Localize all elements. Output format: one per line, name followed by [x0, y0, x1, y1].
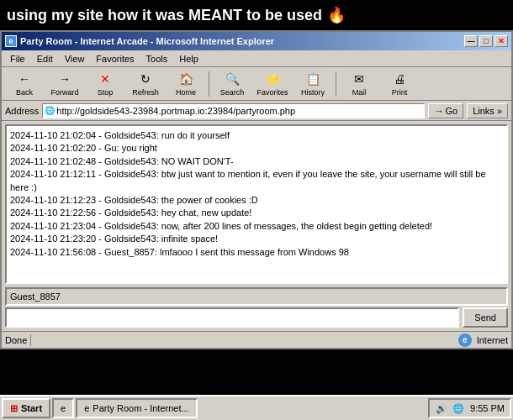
taskbar-item-partyroom[interactable]: e Party Room - Internet...	[76, 398, 197, 418]
toolbar-sep-1	[209, 71, 209, 97]
ie-status-icon: e	[458, 333, 472, 347]
title-bar-left: e Party Room - Internet Arcade - Microso…	[5, 35, 274, 47]
meme-text: using my site how it was MEANT to be use…	[0, 0, 513, 30]
search-button[interactable]: 🔍 Search	[213, 69, 251, 99]
stop-icon: ✕	[97, 71, 114, 87]
history-button[interactable]: 📋 History	[294, 69, 332, 99]
window-title: Party Room - Internet Arcade - Microsoft…	[20, 36, 274, 46]
chat-message: 2024-11-10 21:56:08 - Guest_8857: lmfaoo…	[10, 246, 503, 259]
taskbar-items: e e Party Room - Internet...	[52, 398, 426, 418]
address-label: Address	[5, 106, 39, 116]
message-input[interactable]	[5, 307, 459, 328]
toolbar: ← Back → Forward ✕ Stop ↻ Refresh 🏠 Home…	[2, 67, 511, 101]
status-sep	[30, 334, 31, 346]
taskbar: ⊞ Start e e Party Room - Internet... 🔊 🌐…	[0, 395, 513, 420]
go-arrow-icon: →	[434, 106, 443, 116]
status-done: Done	[5, 335, 27, 345]
menu-bar: File Edit View Favorites Tools Help	[2, 50, 511, 67]
chat-message: 2024-11-10 21:22:56 - Goldside543: hey c…	[10, 207, 503, 219]
address-input[interactable]	[56, 106, 422, 116]
refresh-button[interactable]: ↻ Refresh	[126, 69, 165, 99]
status-right: e Internet	[458, 333, 508, 347]
page-icon: 🌐	[45, 106, 55, 115]
taskbar-ie-icon: e	[84, 403, 89, 413]
chat-message: 2024-11-10 21:23:20 - Goldside543: infin…	[10, 233, 503, 245]
send-button[interactable]: Send	[463, 307, 508, 328]
ie-window-icon: e	[5, 35, 17, 47]
meme-emoji: 🔥	[327, 6, 346, 24]
links-button[interactable]: Links »	[467, 103, 508, 118]
back-button[interactable]: ← Back	[5, 69, 44, 99]
chat-message: 2024-11-10 21:02:20 - Gu: you right	[10, 142, 503, 155]
content-area: 2024-11-10 21:02:04 - Goldside543: run d…	[2, 121, 511, 331]
taskbar-ie-icon-small: e	[61, 403, 66, 413]
home-icon: 🏠	[177, 71, 194, 87]
username-area: Guest_8857	[5, 287, 508, 306]
chat-message: 2024-11-10 21:02:48 - Goldside543: NO WA…	[10, 155, 503, 168]
minimize-button[interactable]: —	[464, 35, 478, 47]
favorites-button[interactable]: ⭐ Favorites	[253, 69, 292, 99]
mail-button[interactable]: ✉ Mail	[340, 69, 378, 99]
taskbar-time: 9:55 PM	[470, 403, 505, 413]
start-button[interactable]: ⊞ Start	[2, 398, 50, 418]
username-value: Guest_8857	[10, 291, 61, 302]
forward-icon: →	[56, 71, 73, 87]
ie-window: e Party Room - Internet Arcade - Microso…	[0, 30, 513, 349]
chat-message: 2024-11-10 21:12:11 - Goldside543: btw j…	[10, 168, 503, 194]
menu-help[interactable]: Help	[174, 53, 204, 65]
taskbar-item-ie-small[interactable]: e	[52, 398, 74, 418]
print-button[interactable]: 🖨 Print	[380, 69, 419, 99]
volume-icon: 🔊	[435, 402, 448, 415]
maximize-button[interactable]: □	[479, 35, 493, 47]
home-button[interactable]: 🏠 Home	[167, 69, 205, 99]
toolbar-sep-2	[336, 71, 336, 97]
menu-edit[interactable]: Edit	[32, 53, 58, 65]
title-bar: e Party Room - Internet Arcade - Microso…	[2, 32, 511, 50]
menu-tools[interactable]: Tools	[141, 53, 173, 65]
network-icon: 🌐	[452, 402, 465, 415]
message-area: Send	[5, 307, 508, 328]
search-icon: 🔍	[224, 71, 241, 87]
stop-button[interactable]: ✕ Stop	[86, 69, 124, 99]
chat-message: 2024-11-10 21:23:04 - Goldside543: now, …	[10, 220, 503, 233]
chat-messages[interactable]: 2024-11-10 21:02:04 - Goldside543: run d…	[5, 124, 508, 284]
title-bar-buttons: — □ ✕	[464, 35, 508, 47]
address-bar: Address 🌐 → Go Links »	[2, 101, 511, 121]
meme-caption: using my site how it was MEANT to be use…	[7, 7, 322, 24]
forward-button[interactable]: → Forward	[45, 69, 84, 99]
status-zone: Internet	[477, 335, 508, 345]
status-bar: Done e Internet	[2, 331, 511, 348]
back-icon: ←	[16, 71, 33, 87]
chat-message: 2024-11-10 21:12:23 - Goldside543: the p…	[10, 194, 503, 207]
taskbar-icon-group: 🔊 🌐	[435, 402, 465, 415]
close-button[interactable]: ✕	[494, 35, 508, 47]
taskbar-right: 🔊 🌐 9:55 PM	[428, 398, 511, 418]
go-button[interactable]: → Go	[428, 103, 463, 118]
print-icon: 🖨	[391, 71, 408, 87]
favorites-icon: ⭐	[264, 71, 281, 87]
menu-file[interactable]: File	[5, 53, 30, 65]
history-icon: 📋	[304, 71, 321, 87]
mail-icon: ✉	[351, 71, 368, 87]
refresh-icon: ↻	[137, 71, 154, 87]
address-input-wrap: 🌐	[42, 103, 425, 118]
menu-view[interactable]: View	[60, 53, 90, 65]
windows-flag-icon: ⊞	[10, 403, 18, 414]
menu-favorites[interactable]: Favorites	[91, 53, 139, 65]
chat-message: 2024-11-10 21:02:04 - Goldside543: run d…	[10, 129, 503, 142]
